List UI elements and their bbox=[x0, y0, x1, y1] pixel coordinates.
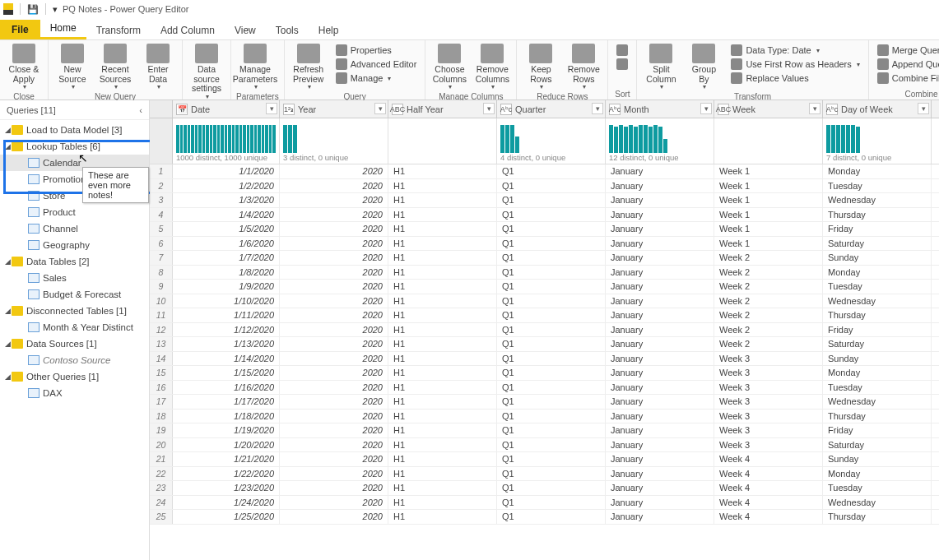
cell-date[interactable]: 1/25/2020 bbox=[173, 510, 280, 524]
cell-month[interactable]: January bbox=[606, 222, 714, 236]
cell-week[interactable]: Week 1 bbox=[714, 208, 823, 222]
cell-year[interactable]: 2020 bbox=[280, 280, 388, 294]
cell-date[interactable]: 1/10/2020 bbox=[173, 294, 280, 308]
cell-quarter[interactable]: Q1 bbox=[497, 237, 606, 251]
cell-month[interactable]: January bbox=[606, 423, 714, 437]
cell-day-of-week[interactable]: Sunday bbox=[823, 452, 932, 466]
cell-year[interactable]: 2020 bbox=[280, 266, 388, 280]
cell-half-year[interactable]: H1 bbox=[388, 467, 497, 481]
cell-week[interactable]: Week 3 bbox=[714, 438, 823, 452]
cell-quarter[interactable]: Q1 bbox=[497, 452, 606, 466]
cell-week[interactable]: Week 1 bbox=[714, 164, 823, 178]
cell-half-year[interactable]: H1 bbox=[388, 410, 497, 423]
row-number[interactable]: 25 bbox=[150, 510, 173, 524]
table-row[interactable]: 41/4/20202020H1Q1JanuaryWeek 1Thursday bbox=[150, 208, 939, 223]
cell-month[interactable]: January bbox=[606, 237, 714, 251]
row-number[interactable]: 15 bbox=[150, 366, 173, 380]
ribbon-manage-parameters-button[interactable]: ManageParameters bbox=[236, 42, 274, 91]
cell-date[interactable]: 1/20/2020 bbox=[173, 438, 280, 452]
table-row[interactable]: 171/17/20202020H1Q1JanuaryWeek 3Wednesda… bbox=[150, 395, 939, 410]
cell-half-year[interactable]: H1 bbox=[388, 323, 497, 337]
cell-week[interactable]: Week 1 bbox=[714, 179, 823, 193]
cell-half-year[interactable]: H1 bbox=[388, 222, 497, 236]
cell-month[interactable]: January bbox=[606, 280, 714, 294]
cell-year[interactable]: 2020 bbox=[280, 251, 388, 265]
filter-dropdown-icon[interactable]: ▾ bbox=[809, 103, 820, 114]
cell-date[interactable]: 1/19/2020 bbox=[173, 423, 280, 437]
cell-quarter[interactable]: Q1 bbox=[497, 410, 606, 423]
cell-half-year[interactable]: H1 bbox=[388, 179, 497, 193]
cell-quarter[interactable]: Q1 bbox=[497, 164, 606, 178]
ribbon-group-by-button[interactable]: GroupBy bbox=[685, 42, 723, 91]
cell-year[interactable]: 2020 bbox=[280, 179, 388, 193]
cell-month[interactable]: January bbox=[606, 452, 714, 466]
ribbon-tab-view[interactable]: View bbox=[225, 21, 266, 39]
query-group-disconnected-tables-[interactable]: ◢Disconnected Tables [1] bbox=[0, 303, 149, 319]
cell-week[interactable]: Week 2 bbox=[714, 280, 823, 294]
query-item-month-year-distinct[interactable]: Month & Year Distinct bbox=[0, 319, 149, 336]
cell-month[interactable]: January bbox=[606, 251, 714, 265]
table-row[interactable]: 81/8/20202020H1Q1JanuaryWeek 2Monday bbox=[150, 266, 939, 280]
row-number[interactable]: 12 bbox=[150, 323, 173, 337]
table-row[interactable]: 131/13/20202020H1Q1JanuaryWeek 2Saturday bbox=[150, 337, 939, 352]
ribbon-remove-columns-button[interactable]: RemoveColumns bbox=[473, 42, 511, 91]
cell-half-year[interactable]: H1 bbox=[388, 452, 497, 466]
cell-week[interactable]: Week 3 bbox=[714, 395, 823, 409]
ribbon-recent-sources-button[interactable]: RecentSources bbox=[96, 42, 134, 91]
cell-date[interactable]: 1/5/2020 bbox=[173, 222, 280, 236]
row-number[interactable]: 20 bbox=[150, 438, 173, 452]
cell-half-year[interactable]: H1 bbox=[388, 280, 497, 294]
query-item-channel[interactable]: Channel bbox=[0, 220, 149, 237]
row-number[interactable]: 4 bbox=[150, 208, 173, 222]
cell-half-year[interactable]: H1 bbox=[388, 510, 497, 524]
cell-week[interactable]: Week 4 bbox=[714, 452, 823, 466]
row-number[interactable]: 7 bbox=[150, 251, 173, 265]
cell-month[interactable]: January bbox=[606, 410, 714, 423]
table-row[interactable]: 91/9/20202020H1Q1JanuaryWeek 2Tuesday bbox=[150, 280, 939, 294]
row-number[interactable]: 24 bbox=[150, 496, 173, 510]
cell-date[interactable]: 1/4/2020 bbox=[173, 208, 280, 222]
query-item-product[interactable]: Product bbox=[0, 204, 149, 220]
cell-day-of-week[interactable]: Sunday bbox=[823, 251, 932, 265]
ribbon-data-source-settings-button[interactable]: Data sourcesettings bbox=[188, 42, 225, 100]
row-number[interactable]: 23 bbox=[150, 481, 173, 495]
filter-dropdown-icon[interactable]: ▾ bbox=[918, 103, 929, 114]
table-row[interactable]: 201/20/20202020H1Q1JanuaryWeek 3Saturday bbox=[150, 438, 939, 453]
cell-month[interactable]: January bbox=[606, 510, 714, 524]
query-group-lookup-tables-[interactable]: ◢Lookup Tables [6] bbox=[0, 138, 149, 155]
cell-quarter[interactable]: Q1 bbox=[497, 266, 606, 280]
cell-quarter[interactable]: Q1 bbox=[497, 423, 606, 437]
cell-year[interactable]: 2020 bbox=[280, 481, 388, 495]
cell-month[interactable]: January bbox=[606, 395, 714, 409]
cell-day-of-week[interactable]: Saturday bbox=[823, 337, 932, 351]
table-row[interactable]: 231/23/20202020H1Q1JanuaryWeek 4Tuesday bbox=[150, 481, 939, 496]
cell-quarter[interactable]: Q1 bbox=[497, 381, 606, 395]
cell-quarter[interactable]: Q1 bbox=[497, 395, 606, 409]
cell-day-of-week[interactable]: Tuesday bbox=[823, 481, 932, 495]
cell-year[interactable]: 2020 bbox=[280, 395, 388, 409]
cell-day-of-week[interactable]: Monday bbox=[823, 266, 932, 280]
query-item-geography[interactable]: Geography bbox=[0, 237, 149, 253]
cell-half-year[interactable]: H1 bbox=[388, 237, 497, 251]
cell-day-of-week[interactable]: Monday bbox=[823, 164, 932, 178]
cell-date[interactable]: 1/15/2020 bbox=[173, 366, 280, 380]
query-group-data-tables-[interactable]: ◢Data Tables [2] bbox=[0, 253, 149, 270]
cell-year[interactable]: 2020 bbox=[280, 323, 388, 337]
cell-year[interactable]: 2020 bbox=[280, 452, 388, 466]
cell-year[interactable]: 2020 bbox=[280, 208, 388, 222]
table-row[interactable]: 121/12/20202020H1Q1JanuaryWeek 2Friday bbox=[150, 323, 939, 338]
ribbon-refresh-preview-button[interactable]: RefreshPreview bbox=[290, 42, 328, 91]
cell-month[interactable]: January bbox=[606, 208, 714, 222]
cell-half-year[interactable]: H1 bbox=[388, 381, 497, 395]
ribbon-keep-rows-button[interactable]: KeepRows bbox=[522, 42, 560, 91]
filter-dropdown-icon[interactable]: ▾ bbox=[266, 103, 277, 114]
cell-half-year[interactable]: H1 bbox=[388, 208, 497, 222]
cell-half-year[interactable]: H1 bbox=[388, 251, 497, 265]
ribbon-manage-button[interactable]: Manage bbox=[332, 72, 421, 85]
table-row[interactable]: 191/19/20202020H1Q1JanuaryWeek 3Friday bbox=[150, 423, 939, 438]
cell-date[interactable]: 1/18/2020 bbox=[173, 410, 280, 423]
column-header-year[interactable]: 1²₃Year▾ bbox=[280, 100, 388, 118]
cell-week[interactable]: Week 2 bbox=[714, 266, 823, 280]
ribbon-new-source-button[interactable]: NewSource bbox=[53, 42, 91, 91]
cell-week[interactable]: Week 4 bbox=[714, 510, 823, 524]
